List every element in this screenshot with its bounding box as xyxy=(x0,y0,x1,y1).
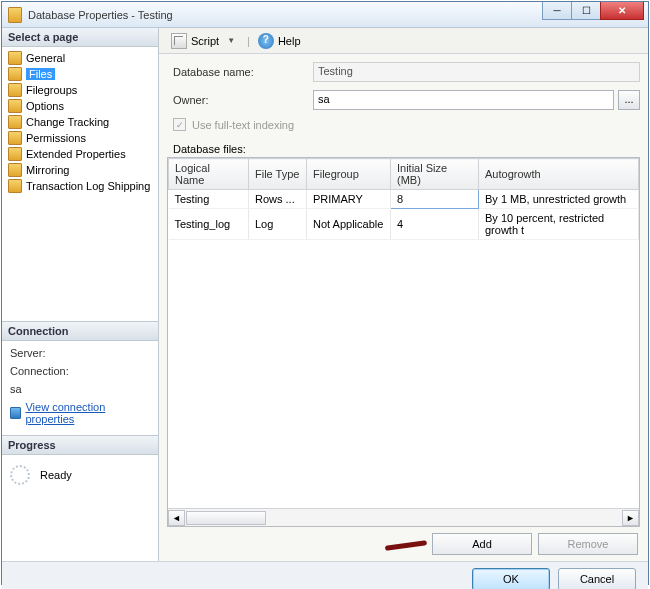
sidebar-item-label: Permissions xyxy=(26,132,86,144)
cell-file-type[interactable]: Rows ... xyxy=(249,190,307,209)
main-panel: Script ▼ | ? Help Database name: Testing… xyxy=(159,28,648,561)
fulltext-checkbox: ✓ xyxy=(173,118,186,131)
dialog-window: Database Properties - Testing ─ ☐ ✕ Sele… xyxy=(1,1,649,585)
col-initial-size[interactable]: Initial Size (MB) xyxy=(391,159,479,190)
sidebar-item-extended-properties[interactable]: Extended Properties xyxy=(6,146,154,162)
connection-header: Connection xyxy=(2,322,158,341)
page-icon xyxy=(8,67,22,81)
cancel-button[interactable]: Cancel xyxy=(558,568,636,589)
server-label: Server: xyxy=(10,347,150,359)
owner-label: Owner: xyxy=(173,94,313,106)
cell-logical-name[interactable]: Testing_log xyxy=(169,209,249,240)
view-connection-properties-link[interactable]: View connection properties xyxy=(10,401,150,425)
col-file-type[interactable]: File Type xyxy=(249,159,307,190)
fulltext-label: Use full-text indexing xyxy=(192,119,294,131)
remove-button: Remove xyxy=(538,533,638,555)
horizontal-scrollbar[interactable]: ◄ ► xyxy=(168,508,639,526)
scroll-thumb[interactable] xyxy=(186,511,266,525)
cell-autogrowth[interactable]: By 10 percent, restricted growth t xyxy=(479,209,639,240)
sidebar: Select a page General Files Filegroups O… xyxy=(2,28,159,561)
dbname-field: Testing xyxy=(313,62,640,82)
cell-logical-name[interactable]: Testing xyxy=(169,190,249,209)
progress-status: Ready xyxy=(40,469,72,481)
cell-initial-size[interactable]: 8 xyxy=(391,190,479,209)
cell-autogrowth[interactable]: By 1 MB, unrestricted growth xyxy=(479,190,639,209)
database-files-table[interactable]: Logical Name File Type Filegroup Initial… xyxy=(167,157,640,527)
page-list: General Files Filegroups Options Change … xyxy=(2,47,158,195)
link-text: View connection properties xyxy=(25,401,150,425)
table-row[interactable]: Testing Rows ... PRIMARY 8 By 1 MB, unre… xyxy=(169,190,639,209)
window-title: Database Properties - Testing xyxy=(28,9,173,21)
minimize-button[interactable]: ─ xyxy=(542,2,572,20)
script-button[interactable]: Script ▼ xyxy=(167,31,243,51)
help-label: Help xyxy=(278,35,301,47)
col-autogrowth[interactable]: Autogrowth xyxy=(479,159,639,190)
page-icon xyxy=(8,115,22,129)
sidebar-item-label: General xyxy=(26,52,65,64)
scroll-left-icon[interactable]: ◄ xyxy=(168,510,185,526)
ok-button[interactable]: OK xyxy=(472,568,550,589)
connection-label: Connection: xyxy=(10,365,150,377)
database-icon xyxy=(8,7,22,23)
progress-spinner-icon xyxy=(10,465,30,485)
connection-value: sa xyxy=(10,383,150,395)
annotation-mark xyxy=(385,540,427,551)
owner-field[interactable]: sa xyxy=(313,90,614,110)
sidebar-item-label: Transaction Log Shipping xyxy=(26,180,150,192)
sidebar-header: Select a page xyxy=(2,28,158,47)
sidebar-item-filegroups[interactable]: Filegroups xyxy=(6,82,154,98)
sidebar-item-mirroring[interactable]: Mirroring xyxy=(6,162,154,178)
connection-section: Connection Server: Connection: sa View c… xyxy=(2,321,158,435)
files-label: Database files: xyxy=(167,143,640,155)
add-button[interactable]: Add xyxy=(432,533,532,555)
page-icon xyxy=(8,179,22,193)
page-icon xyxy=(8,51,22,65)
cell-file-type[interactable]: Log xyxy=(249,209,307,240)
sidebar-item-label: Files xyxy=(26,68,55,80)
page-icon xyxy=(8,147,22,161)
sidebar-item-label: Extended Properties xyxy=(26,148,126,160)
page-icon xyxy=(8,163,22,177)
maximize-button[interactable]: ☐ xyxy=(571,2,601,20)
sidebar-item-options[interactable]: Options xyxy=(6,98,154,114)
sidebar-item-transaction-log-shipping[interactable]: Transaction Log Shipping xyxy=(6,178,154,194)
col-logical-name[interactable]: Logical Name xyxy=(169,159,249,190)
sidebar-item-label: Change Tracking xyxy=(26,116,109,128)
help-button[interactable]: ? Help xyxy=(254,31,305,51)
cell-filegroup[interactable]: Not Applicable xyxy=(307,209,391,240)
chevron-down-icon: ▼ xyxy=(227,36,235,45)
sidebar-item-label: Filegroups xyxy=(26,84,77,96)
progress-header: Progress xyxy=(2,436,158,455)
cell-filegroup[interactable]: PRIMARY xyxy=(307,190,391,209)
help-icon: ? xyxy=(258,33,274,49)
col-filegroup[interactable]: Filegroup xyxy=(307,159,391,190)
toolbar-separator: | xyxy=(247,35,250,47)
close-button[interactable]: ✕ xyxy=(600,2,644,20)
sidebar-item-files[interactable]: Files xyxy=(6,66,154,82)
table-row[interactable]: Testing_log Log Not Applicable 4 By 10 p… xyxy=(169,209,639,240)
script-icon xyxy=(171,33,187,49)
titlebar[interactable]: Database Properties - Testing ─ ☐ ✕ xyxy=(2,2,648,28)
owner-browse-button[interactable]: ... xyxy=(618,90,640,110)
sidebar-item-change-tracking[interactable]: Change Tracking xyxy=(6,114,154,130)
toolbar: Script ▼ | ? Help xyxy=(159,28,648,54)
progress-section: Progress Ready xyxy=(2,435,158,562)
page-icon xyxy=(8,83,22,97)
sidebar-item-label: Options xyxy=(26,100,64,112)
cell-initial-size[interactable]: 4 xyxy=(391,209,479,240)
dbname-label: Database name: xyxy=(173,66,313,78)
sidebar-item-label: Mirroring xyxy=(26,164,69,176)
sidebar-item-permissions[interactable]: Permissions xyxy=(6,130,154,146)
script-label: Script xyxy=(191,35,219,47)
sidebar-item-general[interactable]: General xyxy=(6,50,154,66)
page-icon xyxy=(8,99,22,113)
scroll-right-icon[interactable]: ► xyxy=(622,510,639,526)
dialog-button-bar: OK Cancel xyxy=(2,561,648,589)
connection-icon xyxy=(10,407,21,419)
page-icon xyxy=(8,131,22,145)
